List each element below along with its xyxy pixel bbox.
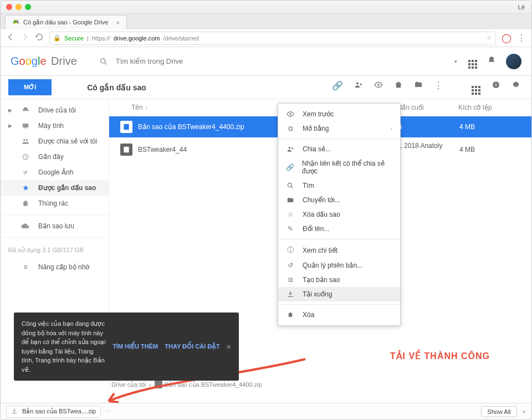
- browser-menu-icon[interactable]: ⋮: [517, 33, 526, 43]
- action-bar: MỚI Có gắn dấu sao 🔗 ⋮: [1, 76, 531, 99]
- sidebar-recent[interactable]: Gần đây: [1, 149, 109, 165]
- browser-toolbar: 🔒 Secure | https://drive.google.com/driv…: [1, 29, 531, 47]
- svg-point-14: [26, 139, 28, 141]
- sidebar-mydrive[interactable]: ▶Drive của tôi: [1, 103, 109, 118]
- close-tab-icon[interactable]: ×: [116, 19, 119, 26]
- ctx-moveto[interactable]: Chuyển tới...: [278, 193, 400, 207]
- more-actions-icon[interactable]: ⋮: [434, 80, 443, 95]
- move-folder-icon[interactable]: [414, 80, 423, 95]
- chevron-right-icon: ▶: [8, 107, 13, 113]
- grid-view-icon[interactable]: [472, 80, 480, 95]
- col-name[interactable]: Tên↑: [131, 104, 298, 111]
- search-input[interactable]: [116, 57, 337, 65]
- url-bar[interactable]: 🔒 Secure | https://drive.google.com/driv…: [49, 32, 496, 45]
- settings-gear-icon[interactable]: [511, 80, 520, 95]
- col-size[interactable]: Kích cỡ tệp: [458, 104, 520, 111]
- ctx-delete[interactable]: Xóa: [278, 308, 400, 322]
- close-icon[interactable]: ×: [523, 408, 526, 415]
- ctx-copy[interactable]: ⧉Tạo bản sao: [278, 273, 400, 287]
- toast-learn-more[interactable]: TÌM HIỂU THÊM: [112, 343, 158, 350]
- url-domain: drive.google.com: [114, 35, 160, 42]
- sidebar-computers[interactable]: ▶Máy tính: [1, 118, 109, 134]
- chevron-right-icon: ›: [149, 381, 151, 388]
- show-all-button[interactable]: Show All: [481, 406, 516, 417]
- svg-point-5: [378, 84, 380, 85]
- link-icon[interactable]: 🔗: [332, 80, 343, 95]
- traffic-lights[interactable]: [6, 4, 31, 10]
- user-avatar[interactable]: [506, 54, 521, 69]
- svg-point-3: [100, 58, 105, 63]
- sidebar-shared[interactable]: Được chia sẻ với tôi: [1, 134, 109, 149]
- share-person-icon[interactable]: [354, 80, 363, 95]
- svg-point-8: [495, 83, 496, 83]
- svg-point-19: [24, 173, 25, 175]
- apps-grid-icon[interactable]: [468, 54, 477, 69]
- chevron-right-icon: ▶: [8, 123, 13, 129]
- zip-file-icon: [120, 121, 132, 133]
- page-title: Có gắn dấu sao: [87, 83, 146, 92]
- sidebar-trash[interactable]: Thùng rác: [1, 196, 109, 211]
- info-icon[interactable]: [492, 80, 500, 95]
- preview-eye-icon[interactable]: [374, 80, 383, 95]
- sidebar-label: Gần đây: [38, 153, 64, 161]
- people-icon: [21, 137, 30, 145]
- ctx-versions[interactable]: ↺Quản lý phiên bản...: [278, 258, 400, 273]
- sync-toast: Công việc của bạn đang được đồng bộ hóa …: [14, 313, 239, 381]
- forward-icon[interactable]: [21, 33, 29, 44]
- sidebar-upgrade[interactable]: ≡Nâng cấp bộ nhớ: [1, 259, 109, 275]
- share-icon: [286, 145, 295, 153]
- tab-title: Có gắn dấu sao - Google Drive: [23, 19, 108, 26]
- search-options-icon[interactable]: ▾: [454, 59, 457, 64]
- ctx-rename[interactable]: ✎Đổi tên...: [278, 222, 400, 236]
- sidebar-starred[interactable]: ★Được gắn dấu sao: [1, 180, 109, 196]
- file-size: 4 MB: [459, 123, 520, 131]
- svg-point-23: [289, 147, 291, 149]
- svg-rect-7: [495, 84, 496, 86]
- ctx-openwith[interactable]: ⧉Mở bằng›: [278, 121, 400, 136]
- star-icon: ★: [21, 184, 30, 192]
- opera-icon[interactable]: ◯: [502, 33, 511, 43]
- url-host: https://: [92, 35, 110, 42]
- close-window-icon[interactable]: [6, 4, 12, 10]
- reload-icon[interactable]: [35, 33, 44, 44]
- svg-point-22: [290, 114, 291, 115]
- download-icon: [286, 290, 295, 298]
- sidebar-label: Nâng cấp bộ nhớ: [38, 263, 89, 271]
- trash-icon: [21, 199, 30, 207]
- bookmark-star-icon[interactable]: ☆: [487, 34, 492, 42]
- delete-trash-icon[interactable]: [394, 80, 403, 95]
- maximize-window-icon[interactable]: [25, 4, 31, 10]
- browser-window: Lê Có gắn dấu sao - Google Drive × 🔒 Sec…: [0, 0, 532, 420]
- toast-change-settings[interactable]: THAY ĐỔI CÀI ĐẶT: [165, 343, 220, 350]
- ctx-getlink[interactable]: 🔗Nhận liên kết có thể chia sẻ được: [278, 156, 400, 178]
- minimize-window-icon[interactable]: [16, 4, 22, 10]
- new-button[interactable]: MỚI: [8, 79, 52, 95]
- storage-text: Đã sử dụng 3,1 GB/117 GB: [1, 241, 109, 259]
- close-icon[interactable]: ×: [227, 342, 231, 351]
- sidebar-label: Được gắn dấu sao: [38, 184, 96, 192]
- browser-tab[interactable]: Có gắn dấu sao - Google Drive ×: [5, 15, 127, 29]
- copy-icon: ⧉: [286, 276, 295, 284]
- search-box[interactable]: ▾: [99, 57, 457, 66]
- ctx-share[interactable]: Chia sẻ...: [278, 142, 400, 156]
- trash-icon: [286, 311, 295, 319]
- ctx-download[interactable]: Tải xuống: [278, 287, 400, 301]
- breadcrumb-file[interactable]: Bản sao của BSTweaker4_4400.zip: [155, 381, 262, 388]
- ctx-details[interactable]: ⓘXem chi tiết: [278, 242, 400, 258]
- breadcrumb-root[interactable]: Drive của tôi: [111, 381, 146, 388]
- sidebar-photos[interactable]: Google Ảnh: [1, 165, 109, 180]
- sidebar-backups[interactable]: Bản sao lưu: [1, 218, 109, 234]
- svg-point-18: [27, 171, 28, 172]
- google-drive-logo[interactable]: Google Drive: [11, 55, 77, 68]
- notifications-icon[interactable]: [487, 56, 496, 67]
- ctx-unstar[interactable]: ☆Xóa dấu sao: [278, 207, 400, 222]
- ctx-preview[interactable]: Xem trước: [278, 107, 400, 121]
- ctx-find[interactable]: Tìm: [278, 178, 400, 193]
- download-item[interactable]: Bản sao của BSTwea....zip: [6, 406, 101, 418]
- svg-point-16: [24, 171, 27, 173]
- annotation-label: TẢI VỀ THÀNH CÔNG: [390, 351, 490, 361]
- url-path: /drive/starred: [163, 35, 199, 42]
- back-icon[interactable]: [6, 33, 15, 44]
- download-more-icon[interactable]: ⋯: [105, 408, 111, 415]
- toast-message: Công việc của bạn đang được đồng bộ hóa …: [22, 319, 106, 374]
